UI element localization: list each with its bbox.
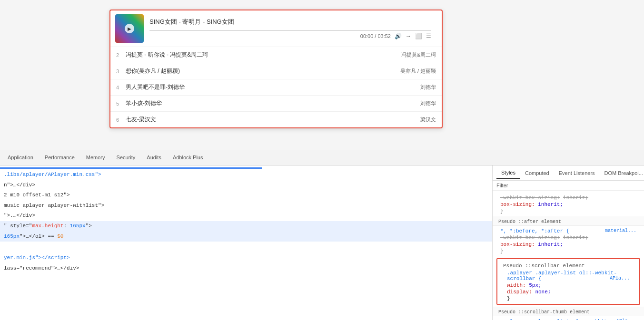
devtools-tab-bar: Application Performance Memory Security … — [0, 150, 644, 165]
code-line-6: " style="max-height: 165px"> — [0, 221, 492, 232]
player-info: SING女团 - 寄明月 - SING女团 00:00 / 03:52 🔊 → … — [144, 18, 437, 39]
style-prop-1a: -webkit-box-sizing: inherit; — [493, 194, 644, 201]
devtools-right-panel: Styles Computed Event Listeners DOM Brea… — [493, 165, 644, 320]
devtools-body: .libs/aplayer/APlayer.min.css"> n">…</di… — [0, 165, 644, 320]
playlist-artist: 梁汉文 — [420, 116, 436, 123]
code-line-7: 165px">…</ol> == $0 — [0, 232, 492, 242]
tab-performance[interactable]: Performance — [39, 152, 80, 164]
code-line-2: n">…</div> — [0, 180, 492, 191]
devtools-panel: Application Performance Memory Security … — [0, 150, 644, 320]
filter-input[interactable] — [512, 183, 640, 188]
style-prop-scrollbar-width: width: 5px; — [499, 282, 637, 289]
playlist-artist: 刘德华 — [420, 100, 436, 107]
player-widget: ▶ SING女团 - 寄明月 - SING女团 00:00 / 03:52 🔊 … — [109, 10, 443, 128]
pseudo-scrollbar-header: Pseudo ::scrollbar element — [499, 261, 637, 270]
thumbnail-art: ▶ — [115, 14, 144, 43]
tab-security[interactable]: Security — [111, 152, 141, 164]
code-line-3: 2 m10 offset-m1 s12"> — [0, 190, 492, 201]
playlist-item[interactable]: 3 想你(吴亦凡 / 赵丽颖) 吴亦凡 / 赵丽颖 — [110, 63, 442, 79]
style-prop-scrollbar-display: display: none; — [499, 289, 637, 295]
player-main: ▶ SING女团 - 寄明月 - SING女团 00:00 / 03:52 🔊 … — [110, 10, 442, 47]
playlist-item[interactable]: 6 七友-梁汉文 梁汉文 — [110, 112, 442, 127]
pseudo-after-header: Pseudo ::after element — [493, 216, 644, 226]
tab-audits[interactable]: Audits — [141, 152, 167, 164]
tab-styles[interactable]: Styles — [496, 167, 520, 179]
menu-icon[interactable]: ☰ — [426, 33, 431, 39]
filter-label: Filter — [496, 183, 508, 188]
tab-computed[interactable]: Computed — [520, 167, 554, 179]
playlist-name: 笨小孩-刘德华 — [126, 99, 420, 107]
playlist-item[interactable]: 4 男人哭吧不是罪-刘德华 刘德华 — [110, 79, 442, 96]
style-selector-scrollbar: .aplayer .aplayer-list ol::-webkit-scrol… — [499, 270, 637, 282]
style-prop-1b: box-sizing: inherit; — [493, 201, 644, 208]
style-prop-after-b: box-sizing: inherit; — [493, 241, 644, 248]
brace-close-1: } — [493, 208, 644, 214]
tab-event-listeners[interactable]: Event Listeners — [554, 167, 600, 179]
playlist-num: 2 — [116, 52, 126, 58]
player-time: 00:00 / 03:52 — [360, 33, 391, 39]
tab-dom-breakpoints[interactable]: DOM Breakpoi... — [600, 167, 644, 179]
pseudo-scrollbar-block: Pseudo ::scrollbar element .aplayer .apl… — [496, 258, 640, 305]
styles-filter: Filter — [493, 181, 644, 191]
player-meta: 00:00 / 03:52 🔊 → ⬜ ☰ — [149, 33, 431, 39]
style-selector-thumb: .aplayer .aplayer-list ol::-webkit- APla… — [493, 318, 644, 320]
playlist: 2 冯提莫 - 听你说 - 冯提莫&周二珂 冯提莫&周二珂 3 想你(吴亦凡 /… — [110, 47, 442, 127]
playlist-num: 3 — [116, 68, 126, 74]
playlist-num: 4 — [116, 85, 126, 90]
rule-block-1: -webkit-box-sizing: inherit; box-sizing:… — [493, 193, 644, 216]
code-line-4: music aplayer aplayer-withlist"> — [0, 201, 492, 211]
pseudo-scrollbar-thumb-header: Pseudo ::scrollbar-thumb element — [493, 307, 644, 316]
playlist-num: 6 — [116, 117, 126, 123]
playlist-artist: 吴亦凡 / 赵丽颖 — [400, 68, 436, 75]
player-title: SING女团 - 寄明月 - SING女团 — [149, 18, 431, 26]
style-prop-after-a: -webkit-box-sizing: inherit; — [493, 234, 644, 241]
playlist-item[interactable]: 2 冯提莫 - 听你说 - 冯提莫&周二珂 冯提莫&周二珂 — [110, 47, 442, 63]
tab-adblock-plus[interactable]: Adblock Plus — [167, 152, 209, 164]
style-selector-after: *, *:before, *:after { material... — [493, 228, 644, 234]
playlist-item[interactable]: 5 笨小孩-刘德华 刘德华 — [110, 96, 442, 112]
playlist-name: 冯提莫 - 听你说 - 冯提莫&周二珂 — [126, 51, 401, 59]
progress-indicator — [0, 167, 262, 169]
player-thumbnail: ▶ — [115, 14, 144, 43]
styles-tabs: Styles Computed Event Listeners DOM Brea… — [493, 165, 644, 181]
code-line-9: lass="recommend">…</div> — [0, 263, 492, 274]
code-line-8: yer.min.js"></script> — [0, 253, 492, 263]
volume-icon[interactable]: 🔊 — [395, 33, 402, 39]
playlist-artist: 冯提莫&周二珂 — [401, 51, 436, 58]
playlist-num: 5 — [116, 101, 126, 107]
code-line-1: .libs/aplayer/APlayer.min.css"> — [0, 170, 492, 180]
browser-page: ▶ SING女团 - 寄明月 - SING女团 00:00 / 03:52 🔊 … — [0, 0, 644, 150]
tab-application[interactable]: Application — [2, 152, 39, 164]
code-link[interactable]: .libs/aplayer/APlayer.min.css"> — [4, 172, 101, 177]
devtools-left-panel: .libs/aplayer/APlayer.min.css"> n">…</di… — [0, 165, 493, 320]
playlist-name: 七友-梁汉文 — [126, 116, 420, 124]
screen-icon[interactable]: ⬜ — [415, 33, 422, 39]
player-progress-bar[interactable] — [149, 30, 431, 31]
playlist-artist: 刘德华 — [420, 84, 436, 91]
playlist-name: 想你(吴亦凡 / 赵丽颖) — [126, 67, 400, 75]
playlist-name: 男人哭吧不是罪-刘德华 — [126, 83, 420, 91]
play-icon[interactable]: ▶ — [125, 24, 134, 33]
rule-block-after: *, *:before, *:after { material... -webk… — [493, 226, 644, 256]
next-icon[interactable]: → — [406, 33, 411, 39]
code-line-5: ">.…</div> — [0, 211, 492, 221]
brace-close-after: } — [493, 248, 644, 254]
brace-close-scrollbar: } — [499, 295, 637, 302]
tab-memory[interactable]: Memory — [80, 152, 111, 164]
styles-content: -webkit-box-sizing: inherit; box-sizing:… — [493, 191, 644, 320]
rule-block-thumb: .aplayer .aplayer-list ol::-webkit- APla… — [493, 316, 644, 320]
